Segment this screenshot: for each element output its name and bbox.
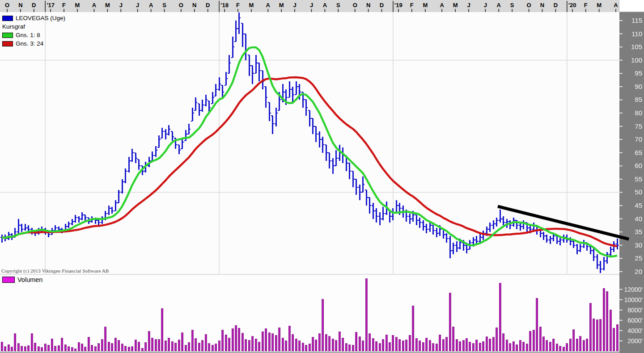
svg-text:J: J: [467, 2, 470, 8]
svg-text:45: 45: [635, 202, 642, 209]
svg-text:M: M: [249, 2, 254, 8]
svg-text:30: 30: [635, 241, 642, 249]
svg-text:N: N: [192, 2, 196, 8]
svg-text:D: D: [554, 2, 558, 8]
volume-chart-canvas[interactable]: Volumen: [0, 275, 619, 353]
volume-swatch: [2, 277, 15, 283]
svg-text:25: 25: [635, 254, 642, 262]
svg-text:S: S: [336, 2, 340, 8]
copyright-notice: Copyright (c) 2013 Vikingen Financial So…: [1, 268, 109, 273]
svg-text:75: 75: [635, 122, 642, 130]
svg-text:O: O: [5, 2, 9, 8]
svg-text:55: 55: [635, 175, 642, 183]
svg-text:A: A: [149, 2, 153, 8]
svg-text:F: F: [62, 2, 66, 8]
ma24-swatch: [2, 41, 13, 46]
svg-text:A: A: [440, 2, 444, 8]
svg-text:'20: '20: [568, 2, 576, 8]
volume-bars: [1, 278, 618, 351]
svg-text:35: 35: [635, 228, 642, 235]
price-legend: LEOVEGAS (Uge) Kursgraf Gns. 1: 8 Gns. 3…: [2, 14, 65, 48]
chart-type-label: Kursgraf: [2, 23, 25, 30]
svg-text:115: 115: [631, 17, 642, 24]
svg-text:60: 60: [635, 162, 642, 169]
svg-text:O: O: [353, 2, 357, 8]
svg-text:'19: '19: [394, 2, 402, 8]
svg-text:100: 100: [631, 56, 642, 64]
svg-text:F: F: [236, 2, 240, 8]
legend-row-series: LEOVEGAS (Uge): [2, 14, 65, 22]
svg-text:M: M: [453, 2, 458, 8]
volume-label: Volumen: [17, 276, 42, 283]
svg-text:M: M: [597, 2, 602, 8]
volume-legend: Volumen: [2, 276, 42, 283]
svg-text:M: M: [279, 2, 284, 8]
svg-text:40: 40: [635, 215, 642, 223]
svg-text:70: 70: [635, 135, 642, 143]
svg-text:O: O: [179, 2, 183, 8]
svg-text:80: 80: [635, 109, 642, 117]
svg-text:'18: '18: [220, 2, 229, 8]
svg-text:65: 65: [635, 149, 642, 156]
time-axis[interactable]: OND'17FMAMJJASOND'18FMAMJJASOND'19FMAMJJ…: [0, 0, 619, 13]
svg-text:J: J: [136, 2, 139, 8]
svg-text:N: N: [18, 2, 22, 8]
svg-text:8000': 8000': [627, 307, 643, 314]
svg-text:12000': 12000': [624, 286, 643, 293]
svg-text:N: N: [540, 2, 544, 8]
svg-text:D: D: [380, 2, 384, 8]
svg-text:F: F: [410, 2, 414, 8]
vikingen-chart-window: OND'17FMAMJJASOND'18FMAMJJASOND'19FMAMJJ…: [0, 0, 644, 353]
svg-text:110: 110: [631, 30, 642, 38]
svg-text:85: 85: [635, 96, 642, 103]
svg-text:S: S: [510, 2, 514, 8]
axis-corner: [619, 0, 644, 12]
legend-row-kursgraf: Kursgraf: [2, 22, 65, 31]
svg-text:A: A: [266, 2, 271, 8]
svg-text:20: 20: [635, 268, 642, 275]
svg-text:2000': 2000': [627, 337, 643, 345]
svg-text:J: J: [310, 2, 313, 8]
svg-text:90: 90: [635, 83, 642, 90]
legend-row-ma3: Gns. 3: 24: [2, 39, 65, 48]
ma24-label: Gns. 3: 24: [16, 40, 43, 47]
svg-text:D: D: [206, 2, 210, 8]
svg-text:J: J: [293, 2, 296, 8]
ma8-swatch: [2, 33, 13, 38]
svg-text:J: J: [119, 2, 123, 8]
svg-text:D: D: [32, 2, 36, 8]
legend-row-ma1: Gns. 1: 8: [2, 31, 65, 39]
svg-text:M: M: [105, 2, 110, 8]
svg-text:6000': 6000': [627, 317, 643, 324]
svg-text:A: A: [323, 2, 327, 8]
svg-text:N: N: [366, 2, 370, 8]
svg-text:J: J: [484, 2, 487, 8]
value-axis[interactable]: 1151101051009590858075706560555045403530…: [619, 12, 644, 353]
svg-text:95: 95: [635, 69, 642, 77]
svg-text:105: 105: [631, 43, 642, 50]
series-name-label: LEOVEGAS (Uge): [16, 15, 65, 21]
price-series-swatch: [2, 16, 13, 21]
svg-text:A: A: [497, 2, 501, 8]
svg-text:A: A: [614, 2, 618, 8]
price-chart-canvas[interactable]: LEOVEGAS (Uge) Kursgraf Gns. 1: 8 Gns. 3…: [0, 12, 619, 274]
svg-text:A: A: [92, 2, 97, 8]
svg-text:M: M: [75, 2, 80, 8]
svg-text:M: M: [423, 2, 428, 8]
svg-text:10000': 10000': [624, 296, 643, 303]
svg-text:4000': 4000': [627, 327, 643, 334]
svg-text:'17: '17: [47, 2, 55, 8]
svg-text:50: 50: [635, 188, 642, 196]
svg-text:F: F: [584, 2, 588, 8]
ma8-label: Gns. 1: 8: [16, 32, 40, 38]
svg-text:S: S: [162, 2, 166, 8]
svg-text:O: O: [527, 2, 531, 8]
